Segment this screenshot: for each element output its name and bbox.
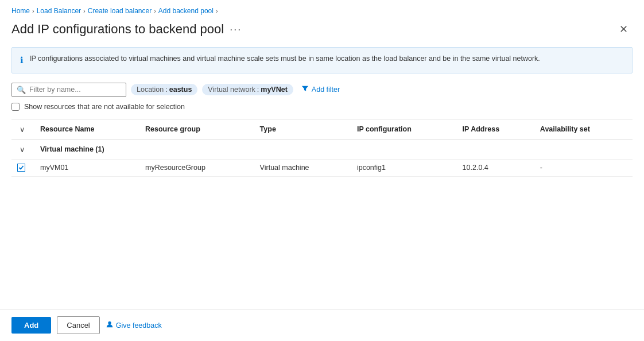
col-expand: ∨ — [11, 119, 34, 140]
add-filter-label: Add filter — [312, 86, 340, 94]
col-ip-address: IP Address — [457, 119, 534, 140]
svg-point-0 — [108, 321, 111, 324]
show-unavailable-label[interactable]: Show resources that are not available fo… — [24, 103, 185, 111]
info-icon: ℹ — [20, 54, 24, 67]
filter-chip-vnet[interactable]: Virtual network : myVNet — [202, 84, 293, 95]
breadcrumb-chevron-1: › — [32, 7, 34, 14]
group-expand-cell[interactable]: ∨ — [11, 140, 34, 159]
row-checkbox-cell[interactable] — [11, 159, 34, 176]
add-filter-button[interactable]: Add filter — [298, 83, 343, 96]
row-resource-name: myVM01 — [34, 159, 139, 176]
row-ip-address: 10.2.0.4 — [457, 159, 534, 176]
feedback-icon — [106, 320, 114, 330]
breadcrumb-add-backend-pool[interactable]: Add backend pool — [158, 7, 214, 15]
title-row: Add IP configurations to backend pool ··… — [11, 22, 633, 37]
breadcrumb-home[interactable]: Home — [11, 7, 30, 15]
footer: Add Cancel Give feedback — [0, 309, 644, 341]
filter-chip-location[interactable]: Location : eastus — [131, 84, 197, 95]
search-icon: 🔍 — [17, 86, 26, 94]
expand-all-button[interactable]: ∨ — [17, 124, 28, 135]
add-button[interactable]: Add — [11, 317, 51, 334]
title-left: Add IP configurations to backend pool ··… — [11, 22, 242, 37]
breadcrumb-chevron-4: › — [216, 7, 218, 14]
resources-table: ∨ Resource Name Resource group Type IP c… — [11, 119, 633, 177]
vnet-chip-sep: : — [257, 86, 259, 94]
filter-input-wrap[interactable]: 🔍 — [11, 83, 126, 97]
cancel-button[interactable]: Cancel — [57, 316, 99, 334]
more-options-icon[interactable]: ··· — [230, 24, 242, 36]
page-title: Add IP configurations to backend pool — [11, 22, 224, 37]
table-row: myVM01 myResourceGroup Virtual machine i… — [11, 159, 633, 176]
main-container: Home › Load Balancer › Create load balan… — [0, 0, 644, 341]
group-label: Virtual machine (1) — [34, 140, 633, 159]
breadcrumb-chevron-2: › — [83, 7, 86, 14]
feedback-button[interactable]: Give feedback — [106, 320, 162, 330]
filter-row: 🔍 Location : eastus Virtual network : my… — [11, 83, 633, 97]
location-chip-key: Location — [137, 86, 164, 94]
col-availability-set: Availability set — [534, 119, 633, 140]
col-resource-name: Resource Name — [34, 119, 139, 140]
row-resource-group: myResourceGroup — [139, 159, 254, 176]
table-wrap: ∨ Resource Name Resource group Type IP c… — [11, 119, 633, 177]
col-type: Type — [254, 119, 351, 140]
location-chip-value: eastus — [169, 86, 192, 94]
close-button[interactable]: ✕ — [615, 22, 633, 37]
col-resource-group: Resource group — [139, 119, 254, 140]
row-checkbox[interactable] — [17, 164, 25, 172]
vnet-chip-key: Virtual network — [208, 86, 255, 94]
location-chip-sep: : — [165, 86, 167, 94]
table-header-row: ∨ Resource Name Resource group Type IP c… — [11, 119, 633, 140]
vnet-chip-value: myVNet — [261, 86, 288, 94]
feedback-label: Give feedback — [116, 321, 162, 330]
breadcrumb-load-balancer[interactable]: Load Balancer — [37, 7, 81, 15]
row-ip-config: ipconfig1 — [351, 159, 457, 176]
show-unavailable-row: Show resources that are not available fo… — [11, 103, 633, 111]
row-type: Virtual machine — [254, 159, 351, 176]
breadcrumb-chevron-3: › — [154, 7, 156, 14]
col-ip-config: IP configuration — [351, 119, 457, 140]
info-banner: ℹ IP configurations associated to virtua… — [11, 47, 633, 73]
table-group-virtual-machine: ∨ Virtual machine (1) — [11, 140, 633, 159]
row-availability-set: - — [534, 159, 633, 176]
info-banner-text: IP configurations associated to virtual … — [29, 53, 540, 64]
breadcrumb-create-lb[interactable]: Create load balancer — [88, 7, 152, 15]
filter-input[interactable] — [29, 86, 121, 94]
group-expand-button[interactable]: ∨ — [17, 144, 28, 155]
funnel-icon — [301, 85, 309, 94]
breadcrumb: Home › Load Balancer › Create load balan… — [11, 7, 633, 15]
show-unavailable-checkbox[interactable] — [11, 103, 20, 111]
